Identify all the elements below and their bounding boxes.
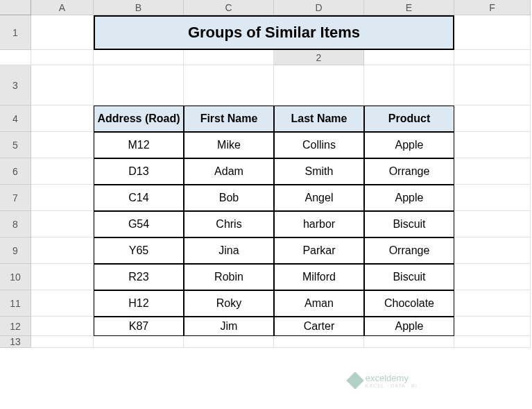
- cell-first-1[interactable]: Adam: [184, 158, 274, 185]
- cell-F7[interactable]: [454, 185, 531, 211]
- cell-F12[interactable]: [454, 317, 531, 336]
- cell-A8[interactable]: [31, 211, 94, 237]
- table-title[interactable]: Groups of Similar Items: [94, 15, 454, 50]
- row-header-12[interactable]: 12: [0, 317, 31, 336]
- cell-first-7[interactable]: Jim: [184, 317, 274, 336]
- cell-last-1[interactable]: Smith: [274, 158, 364, 185]
- cell-product-3[interactable]: Biscuit: [364, 211, 454, 237]
- cell-first-2[interactable]: Bob: [184, 185, 274, 211]
- cell-A1[interactable]: [31, 15, 94, 50]
- cell-last-2[interactable]: Angel: [274, 185, 364, 211]
- header-product[interactable]: Product: [364, 106, 454, 132]
- cell-A7[interactable]: [31, 185, 94, 211]
- col-header-A[interactable]: A: [31, 0, 94, 15]
- col-header-F[interactable]: F: [454, 0, 531, 15]
- col-header-B[interactable]: B: [94, 0, 184, 15]
- spreadsheet-grid: A B C D E F 1 2 Groups of Similar Items …: [0, 0, 532, 348]
- cell-B3[interactable]: [94, 65, 184, 106]
- cell-F4[interactable]: [454, 106, 531, 132]
- cell-F1[interactable]: [184, 50, 274, 65]
- cell-first-5[interactable]: Robin: [184, 264, 274, 290]
- cell-last-5[interactable]: Milford: [274, 264, 364, 290]
- cell-D3[interactable]: [274, 65, 364, 106]
- cell-address-6[interactable]: H12: [94, 290, 184, 317]
- row-header-6[interactable]: 6: [0, 158, 31, 185]
- cell-F9[interactable]: [454, 237, 531, 264]
- cell-A3[interactable]: [31, 65, 94, 106]
- watermark-sub: EXCEL · DATA · BI: [366, 383, 418, 388]
- cell-E13[interactable]: [364, 336, 454, 348]
- cell-last-3[interactable]: harbor: [274, 211, 364, 237]
- cell-A9[interactable]: [31, 237, 94, 264]
- cell-A10[interactable]: [31, 264, 94, 290]
- cell-last-0[interactable]: Collins: [274, 132, 364, 158]
- cell-address-0[interactable]: M12: [94, 132, 184, 158]
- cell-F8[interactable]: [454, 211, 531, 237]
- row-header-10[interactable]: 10: [0, 264, 31, 290]
- cell-F3[interactable]: [454, 65, 531, 106]
- row-header-8[interactable]: 8: [0, 211, 31, 237]
- header-address[interactable]: Address (Road): [94, 106, 184, 132]
- row-header-7[interactable]: 7: [0, 185, 31, 211]
- cell-A12[interactable]: [31, 317, 94, 336]
- cell-F5[interactable]: [454, 132, 531, 158]
- cell-F6[interactable]: [454, 158, 531, 185]
- cell-D13[interactable]: [274, 336, 364, 348]
- cell-F2[interactable]: [454, 50, 531, 65]
- cell-address-3[interactable]: G54: [94, 211, 184, 237]
- cell-B1[interactable]: [454, 15, 531, 50]
- cell-B13[interactable]: [94, 336, 184, 348]
- cell-product-4[interactable]: Orrange: [364, 237, 454, 264]
- cell-product-0[interactable]: Apple: [364, 132, 454, 158]
- cell-A13[interactable]: [31, 336, 94, 348]
- cell-address-7[interactable]: K87: [94, 317, 184, 336]
- cell-last-4[interactable]: Parkar: [274, 237, 364, 264]
- cell-product-1[interactable]: Orrange: [364, 158, 454, 185]
- col-header-C[interactable]: C: [184, 0, 274, 15]
- cell-A11[interactable]: [31, 290, 94, 317]
- cell-A4[interactable]: [31, 106, 94, 132]
- cell-product-7[interactable]: Apple: [364, 317, 454, 336]
- row-header-5[interactable]: 5: [0, 132, 31, 158]
- col-header-E[interactable]: E: [364, 0, 454, 15]
- select-all-corner[interactable]: [0, 0, 31, 15]
- watermark: exceldemy EXCEL · DATA · BI: [349, 373, 418, 388]
- cell-D1[interactable]: [31, 50, 94, 65]
- cell-A5[interactable]: [31, 132, 94, 158]
- cell-address-2[interactable]: C14: [94, 185, 184, 211]
- watermark-brand: exceldemy: [366, 373, 409, 383]
- cell-product-6[interactable]: Chocolate: [364, 290, 454, 317]
- row-header-13[interactable]: 13: [0, 336, 31, 348]
- cell-first-3[interactable]: Chris: [184, 211, 274, 237]
- cell-product-5[interactable]: Biscuit: [364, 264, 454, 290]
- cell-C1[interactable]: [0, 50, 31, 65]
- header-last-name[interactable]: Last Name: [274, 106, 364, 132]
- col-header-D[interactable]: D: [274, 0, 364, 15]
- row-header-11[interactable]: 11: [0, 290, 31, 317]
- cell-first-0[interactable]: Mike: [184, 132, 274, 158]
- header-first-name[interactable]: First Name: [184, 106, 274, 132]
- cell-C13[interactable]: [184, 336, 274, 348]
- logo-icon: [346, 372, 363, 389]
- cell-F11[interactable]: [454, 290, 531, 317]
- cell-address-1[interactable]: D13: [94, 158, 184, 185]
- cell-last-6[interactable]: Aman: [274, 290, 364, 317]
- row-header-2[interactable]: 2: [274, 50, 364, 65]
- cell-C3[interactable]: [184, 65, 274, 106]
- row-header-9[interactable]: 9: [0, 237, 31, 264]
- row-header-1[interactable]: 1: [0, 15, 31, 50]
- cell-A6[interactable]: [31, 158, 94, 185]
- cell-last-7[interactable]: Carter: [274, 317, 364, 336]
- cell-E1[interactable]: [94, 50, 184, 65]
- cell-F13[interactable]: [454, 336, 531, 348]
- cell-first-6[interactable]: Roky: [184, 290, 274, 317]
- cell-address-4[interactable]: Y65: [94, 237, 184, 264]
- cell-first-4[interactable]: Jina: [184, 237, 274, 264]
- row-header-3[interactable]: 3: [0, 65, 31, 106]
- cell-F10[interactable]: [454, 264, 531, 290]
- cell-E3[interactable]: [364, 65, 454, 106]
- cell-address-5[interactable]: R23: [94, 264, 184, 290]
- cell-product-2[interactable]: Apple: [364, 185, 454, 211]
- cell-A2[interactable]: [364, 50, 454, 65]
- row-header-4[interactable]: 4: [0, 106, 31, 132]
